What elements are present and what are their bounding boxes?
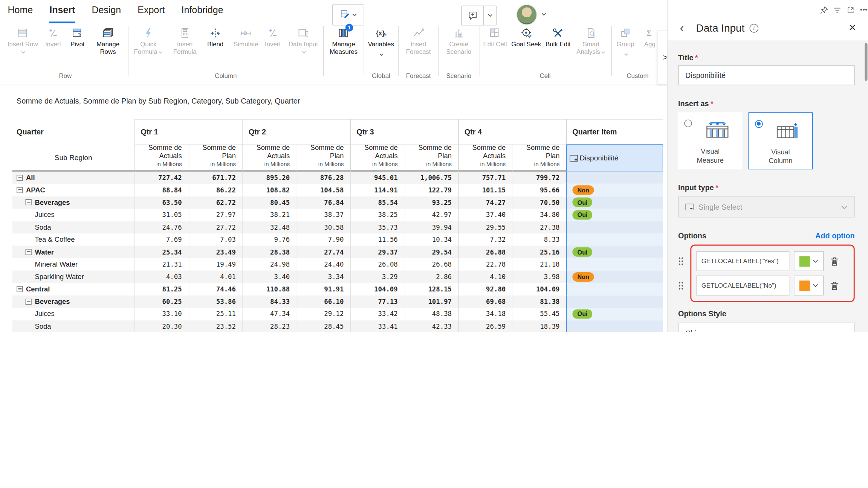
- value-cell[interactable]: 25.16: [512, 246, 566, 258]
- value-cell[interactable]: 122.79: [404, 184, 458, 196]
- value-cell[interactable]: 19.49: [188, 258, 242, 271]
- ribbon-button-manage-measures[interactable]: 1Manage Measures: [326, 23, 362, 55]
- value-cell[interactable]: 42.97: [404, 209, 458, 221]
- disponibilite-cell[interactable]: Non: [566, 271, 663, 283]
- value-cell[interactable]: 85.54: [350, 196, 404, 209]
- value-cell[interactable]: 108.82: [243, 184, 296, 196]
- ribbon-button-invert[interactable]: Invert: [41, 23, 66, 48]
- ribbon-button-pivot[interactable]: Pivot: [65, 23, 90, 48]
- value-cell[interactable]: 95.66: [512, 184, 566, 196]
- value-cell[interactable]: 74.27: [458, 196, 512, 209]
- user-avatar-button[interactable]: [517, 4, 546, 25]
- value-cell[interactable]: 38.37: [296, 209, 350, 221]
- input-type-select[interactable]: Single Select: [678, 197, 855, 218]
- value-cell[interactable]: 27.97: [188, 209, 242, 221]
- visual-measure-card[interactable]: Visual Measure: [678, 112, 742, 169]
- value-cell[interactable]: 77.13: [350, 296, 404, 308]
- visual-measure-radio[interactable]: [684, 119, 692, 127]
- delete-option-icon[interactable]: [830, 281, 839, 290]
- value-cell[interactable]: 21.31: [134, 258, 188, 271]
- close-icon[interactable]: ✕: [848, 22, 856, 34]
- value-cell[interactable]: 29.37: [350, 246, 404, 258]
- value-cell[interactable]: 34.80: [512, 209, 566, 221]
- measure-header[interactable]: Somme de Planin Millions: [404, 145, 458, 172]
- disponibilite-cell[interactable]: [566, 296, 663, 308]
- value-cell[interactable]: 27.38: [512, 221, 566, 233]
- options-style-select[interactable]: Chip: [678, 323, 855, 332]
- value-cell[interactable]: 876.28: [296, 172, 350, 184]
- more-options-icon[interactable]: •••: [860, 6, 867, 17]
- option-value-input[interactable]: [696, 276, 789, 296]
- disponibilite-column-header[interactable]: Disponibilité: [566, 145, 663, 172]
- back-icon[interactable]: ‹: [680, 23, 684, 34]
- measure-header[interactable]: Somme de Actualsin Millions: [243, 145, 296, 172]
- value-cell[interactable]: 29.55: [458, 221, 512, 233]
- value-cell[interactable]: 895.20: [243, 172, 296, 184]
- value-cell[interactable]: 24.98: [243, 258, 296, 271]
- value-cell[interactable]: 74.46: [188, 283, 242, 296]
- collapse-icon[interactable]: [17, 175, 23, 181]
- value-cell[interactable]: 80.45: [243, 196, 296, 209]
- value-cell[interactable]: 25.11: [188, 308, 242, 320]
- value-cell[interactable]: 35.73: [350, 221, 404, 233]
- value-cell[interactable]: 81.25: [134, 283, 188, 296]
- value-cell[interactable]: 31.05: [134, 209, 188, 221]
- value-cell[interactable]: 62.72: [188, 196, 242, 209]
- value-cell[interactable]: 25.34: [134, 246, 188, 258]
- value-cell[interactable]: 7.90: [296, 233, 350, 246]
- value-cell[interactable]: 28.45: [296, 320, 350, 332]
- value-cell[interactable]: 30.58: [296, 221, 350, 233]
- ribbon-button-goal-seek[interactable]: Goal Seek: [509, 23, 543, 48]
- value-cell[interactable]: 47.34: [243, 308, 296, 320]
- value-cell[interactable]: 4.03: [134, 271, 188, 283]
- info-icon[interactable]: i: [750, 23, 759, 32]
- value-cell[interactable]: 42.33: [404, 320, 458, 332]
- collapse-icon[interactable]: [17, 187, 23, 193]
- value-cell[interactable]: 3.34: [296, 271, 350, 283]
- table-row[interactable]: Tea & Coffee7.697.039.767.9011.5610.347.…: [12, 233, 663, 246]
- option-color-select[interactable]: [794, 251, 824, 271]
- value-cell[interactable]: 92.80: [458, 283, 512, 296]
- value-cell[interactable]: 34.18: [458, 308, 512, 320]
- value-cell[interactable]: 33.41: [350, 320, 404, 332]
- value-cell[interactable]: 23.49: [188, 246, 242, 258]
- drag-handle-icon[interactable]: [678, 257, 684, 266]
- measure-header[interactable]: Somme de Actualsin Millions: [134, 145, 188, 172]
- value-cell[interactable]: 23.52: [188, 320, 242, 332]
- ribbon-button-invert[interactable]: Invert: [261, 23, 285, 48]
- disponibilite-cell[interactable]: Oui: [566, 308, 663, 320]
- disponibilite-cell[interactable]: Oui: [566, 196, 663, 209]
- visual-column-card[interactable]: Visual Column: [749, 112, 813, 169]
- ribbon-button-edit-cell[interactable]: Edit Cell: [481, 23, 509, 48]
- ribbon-tab-insert[interactable]: Insert: [49, 5, 75, 23]
- option-color-select[interactable]: [794, 276, 824, 296]
- ribbon-button-bulk-edit[interactable]: Bulk Edit: [543, 23, 573, 48]
- filter-icon[interactable]: [833, 6, 842, 17]
- table-row[interactable]: Soda24.7627.7232.4830.5835.7339.9429.552…: [12, 221, 663, 233]
- option-value-input[interactable]: [696, 251, 789, 271]
- value-cell[interactable]: 128.15: [404, 283, 458, 296]
- ribbon-button-variables[interactable]: {x}Variables: [366, 23, 396, 58]
- value-cell[interactable]: 33.42: [350, 308, 404, 320]
- value-cell[interactable]: 799.72: [512, 172, 566, 184]
- measure-header[interactable]: Somme de Planin Millions: [188, 145, 242, 172]
- quarter-header-4[interactable]: Qtr 4: [458, 119, 567, 145]
- table-row[interactable]: Juices33.1025.1147.3429.1233.4248.3834.1…: [12, 308, 663, 320]
- value-cell[interactable]: 4.10: [458, 271, 512, 283]
- ribbon-button-manage-rows[interactable]: Manage Rows: [90, 23, 126, 55]
- ribbon-button-smart-analysis[interactable]: Smart Analysis: [573, 23, 609, 55]
- value-cell[interactable]: 104.58: [296, 184, 350, 196]
- ribbon-button-simulate[interactable]: Simulate: [231, 23, 261, 48]
- value-cell[interactable]: 24.40: [296, 258, 350, 271]
- quarter-item-header[interactable]: Quarter Item: [566, 119, 663, 145]
- ribbon-tab-infobridge[interactable]: Infobridge: [182, 5, 223, 23]
- value-cell[interactable]: 70.50: [512, 196, 566, 209]
- disponibilite-cell[interactable]: [566, 172, 663, 184]
- ribbon-button-create-scenario[interactable]: Create Scenario: [440, 23, 477, 55]
- expand-icon[interactable]: [847, 6, 855, 17]
- value-cell[interactable]: 26.08: [350, 258, 404, 271]
- measure-header[interactable]: Somme de Actualsin Millions: [458, 145, 512, 172]
- ribbon-button-data-input[interactable]: Data Input: [285, 23, 321, 55]
- value-cell[interactable]: 7.03: [188, 233, 242, 246]
- collapse-icon[interactable]: [26, 249, 32, 255]
